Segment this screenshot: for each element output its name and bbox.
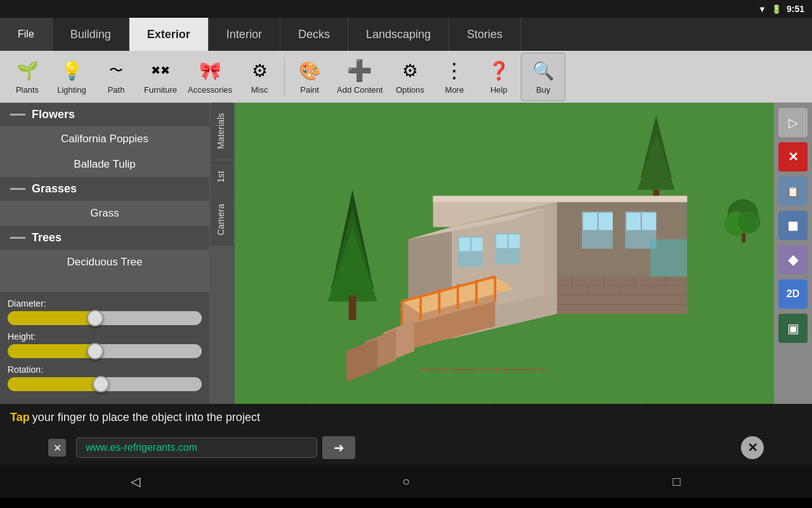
tab-file[interactable]: File (0, 18, 53, 51)
diameter-label: Diameter: (8, 298, 202, 309)
tool-misc-label: Misc (251, 85, 268, 95)
more-icon: ⋮ (442, 58, 466, 83)
item-ballade-tulip[interactable]: Ballade Tulip (0, 152, 209, 177)
item-list: Flowers California Poppies Ballade Tulip… (0, 103, 209, 292)
height-slider[interactable] (8, 344, 202, 358)
tab-exterior[interactable]: Exterior (129, 18, 209, 51)
trees-label: Trees (32, 231, 62, 244)
layers-icon: ▣ (787, 321, 799, 336)
android-nav: ◁ ○ □ (0, 465, 812, 498)
left-panel: Flowers California Poppies Ballade Tulip… (0, 103, 209, 404)
category-flowers[interactable]: Flowers (0, 103, 209, 126)
ad-close-icon: ✕ (53, 442, 62, 454)
furniture-icon: ✖✖ (148, 58, 173, 83)
svg-rect-87 (742, 233, 745, 243)
height-slider-row: Height: (8, 331, 202, 358)
right-toolbar: ▷ ✕ 📋 ◼ ◆ 2D ▣ (774, 103, 812, 404)
svg-rect-46 (496, 234, 508, 248)
tool-buy[interactable]: 🔍 Buy (521, 53, 565, 101)
item-california-poppies[interactable]: California Poppies (0, 126, 209, 152)
nav-bar: File Building Exterior Interior Decks La… (0, 18, 812, 51)
diameter-thumb[interactable] (87, 310, 103, 326)
tab-interior[interactable]: Interior (209, 18, 280, 51)
tool-more-label: More (445, 85, 464, 95)
tool-more[interactable]: ⋮ More (432, 53, 476, 101)
svg-rect-50 (583, 213, 597, 230)
tool-options-label: Options (396, 85, 424, 95)
cube3d-button[interactable]: ◼ (778, 211, 808, 240)
delete-button[interactable]: ✕ (778, 142, 808, 171)
rotation-thumb[interactable] (93, 376, 109, 392)
side-tab-camera[interactable]: Camera (211, 194, 233, 246)
paint-icon: 🎨 (298, 58, 322, 83)
delete-icon: ✕ (788, 149, 799, 164)
lighting-icon: 💡 (60, 58, 84, 83)
layers-button[interactable]: ▣ (778, 314, 808, 343)
trees-dash (10, 237, 25, 239)
tool-help[interactable]: ❓ Help (476, 53, 521, 101)
tool-accessories[interactable]: 🎀 Accessories (183, 53, 237, 101)
item-deciduous-tree[interactable]: Deciduous Tree (0, 250, 209, 275)
tool-help-label: Help (490, 85, 508, 95)
svg-rect-47 (509, 234, 520, 248)
home-button[interactable]: ○ (393, 469, 419, 494)
tool-paint-label: Paint (300, 85, 319, 95)
category-trees[interactable]: Trees (0, 226, 209, 250)
diameter-slider-row: Diameter: (8, 298, 202, 325)
status-bottom: Tap your finger to place the object into… (0, 404, 812, 431)
ad-url-input[interactable] (76, 438, 317, 458)
tool-plants[interactable]: 🌱 Plants (5, 53, 49, 101)
tool-misc[interactable]: ⚙ Misc (237, 53, 282, 101)
ad-close-button[interactable]: ✕ (48, 439, 66, 457)
battery-icon: 🔋 (771, 4, 782, 14)
diameter-slider[interactable] (8, 311, 202, 325)
twod-button[interactable]: 2D (778, 279, 808, 309)
tool-options[interactable]: ⚙ Options (388, 53, 432, 101)
back-icon: ◁ (131, 474, 140, 489)
status-bar: ▼ 🔋 9:51 (0, 0, 812, 18)
svg-rect-53 (642, 213, 656, 230)
recents-button[interactable]: □ (664, 469, 690, 494)
height-label: Height: (8, 331, 202, 342)
category-grasses[interactable]: Grasses (0, 177, 209, 201)
accessories-icon: 🎀 (198, 58, 222, 83)
side-tab-first[interactable]: 1st (211, 161, 233, 193)
tab-landscaping[interactable]: Landscaping (348, 18, 449, 51)
tool-path-label: Path (108, 85, 125, 95)
side-tab-materials[interactable]: Materials (211, 103, 233, 159)
tool-lighting[interactable]: 💡 Lighting (49, 53, 94, 101)
tool-addcontent-label: Add Content (337, 85, 383, 95)
svg-point-86 (738, 211, 760, 233)
tool-paint[interactable]: 🎨 Paint (287, 53, 332, 101)
tool-furniture-label: Furniture (144, 85, 177, 95)
2d-icon: 2D (787, 288, 799, 300)
cursor-button[interactable]: ▷ (778, 108, 808, 137)
ad-go-icon: ➜ (334, 440, 344, 455)
tool-furniture[interactable]: ✖✖ Furniture (138, 53, 183, 101)
ad-dismiss-button[interactable]: ✕ (741, 436, 764, 459)
sliders-panel: Diameter: Height: Rotation: (0, 292, 209, 404)
cursor-icon: ▷ (789, 115, 798, 130)
tool-addcontent[interactable]: ➕ Add Content (332, 53, 388, 101)
tab-building[interactable]: Building (53, 18, 129, 51)
main-content: Flowers California Poppies Ballade Tulip… (0, 103, 812, 404)
tab-stories[interactable]: Stories (449, 18, 521, 51)
addcontent-icon: ➕ (348, 58, 372, 83)
item-grass[interactable]: Grass (0, 201, 209, 226)
back-button[interactable]: ◁ (122, 469, 148, 494)
cube-button[interactable]: ◆ (778, 245, 808, 274)
rotation-label: Rotation: (8, 364, 202, 375)
recents-icon: □ (673, 474, 681, 489)
misc-icon: ⚙ (247, 58, 272, 83)
status-tap: Tap (10, 411, 30, 424)
height-thumb[interactable] (87, 343, 103, 359)
rotation-slider[interactable] (8, 377, 202, 391)
toolbar-divider (284, 58, 285, 96)
copy-button[interactable]: 📋 (778, 177, 808, 206)
ad-go-button[interactable]: ➜ (322, 436, 355, 459)
tool-path[interactable]: 〜 Path (94, 53, 138, 101)
viewport[interactable] (235, 103, 774, 404)
help-icon: ❓ (487, 58, 511, 83)
tab-decks[interactable]: Decks (280, 18, 348, 51)
home-icon: ○ (402, 474, 410, 489)
